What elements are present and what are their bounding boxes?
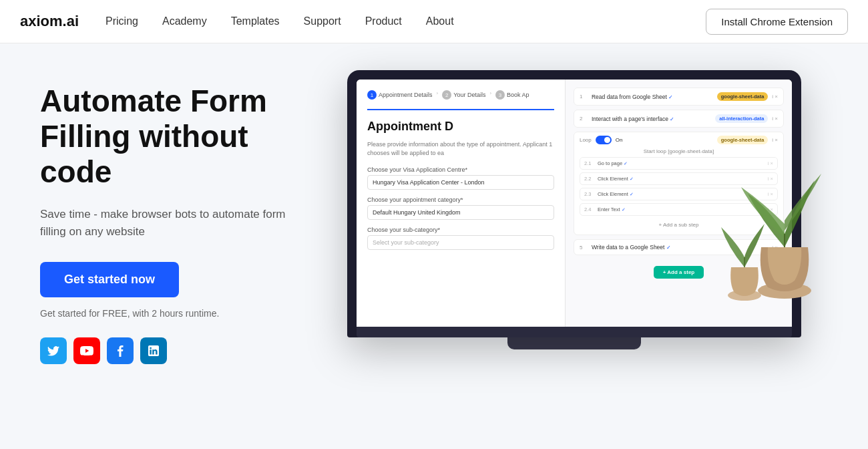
hero-subtitle: Save time - make browser bots to automat… bbox=[40, 206, 294, 241]
nav-templates[interactable]: Templates bbox=[231, 15, 280, 27]
social-icons bbox=[40, 337, 294, 364]
loop-toggle bbox=[596, 136, 612, 144]
add-step-button[interactable]: + Add a step bbox=[654, 266, 704, 279]
nav-links: Pricing Academy Templates Support Produc… bbox=[105, 15, 706, 27]
nav-about[interactable]: About bbox=[426, 15, 454, 27]
form-label-1: Choose your Visa Application Centre* bbox=[367, 166, 554, 173]
nav-product[interactable]: Product bbox=[365, 15, 402, 27]
form-label-2: Choose your appointment category* bbox=[367, 196, 554, 203]
form-input-2: Default Hungary United Kingdom bbox=[367, 205, 554, 220]
workflow-item-1: 1 Read data from Google Sheet ✓ google-s… bbox=[574, 88, 784, 106]
nav-academy[interactable]: Academy bbox=[162, 15, 207, 27]
form-input-3: Select your sub-category bbox=[367, 235, 554, 250]
facebook-icon[interactable] bbox=[107, 337, 134, 364]
hero-left: Automate Form Filling without code Save … bbox=[40, 77, 294, 364]
install-extension-button[interactable]: Install Chrome Extension bbox=[706, 9, 848, 35]
linkedin-icon[interactable] bbox=[140, 337, 167, 364]
plants-decoration bbox=[708, 114, 828, 301]
twitter-icon[interactable] bbox=[40, 337, 67, 364]
form-step-2: 2 Your Details bbox=[442, 90, 485, 100]
laptop-base bbox=[357, 327, 792, 337]
nav-cta: Install Chrome Extension bbox=[706, 9, 848, 35]
form-input-1: Hungary Visa Application Center - London bbox=[367, 175, 554, 190]
form-step-3: 3 Book Ap bbox=[495, 90, 529, 100]
navbar: axiom.ai Pricing Academy Templates Suppo… bbox=[0, 0, 868, 43]
hero-title: Automate Form Filling without code bbox=[40, 84, 294, 190]
hero-right: 1 Appointment Details › 2 Your Details ›… bbox=[320, 77, 828, 349]
form-steps: 1 Appointment Details › 2 Your Details ›… bbox=[367, 90, 554, 100]
nav-support[interactable]: Support bbox=[304, 15, 341, 27]
form-label-3: Choose your sub-category* bbox=[367, 227, 554, 233]
youtube-icon[interactable] bbox=[73, 337, 100, 364]
screen-form-panel: 1 Appointment Details › 2 Your Details ›… bbox=[357, 80, 566, 327]
form-description: Please provide information about the typ… bbox=[367, 140, 554, 157]
laptop-stand bbox=[507, 337, 641, 349]
hero-cta-wrapper: Get started now bbox=[40, 262, 294, 308]
form-step-1: 1 Appointment Details bbox=[367, 90, 433, 100]
logo[interactable]: axiom.ai bbox=[20, 13, 79, 30]
form-title: Appointment D bbox=[367, 120, 554, 134]
get-started-button[interactable]: Get started now bbox=[40, 262, 179, 297]
hero-section: Automate Form Filling without code Save … bbox=[0, 43, 868, 449]
hero-free-text: Get started for FREE, with 2 hours runti… bbox=[40, 308, 294, 319]
nav-pricing[interactable]: Pricing bbox=[105, 15, 138, 27]
